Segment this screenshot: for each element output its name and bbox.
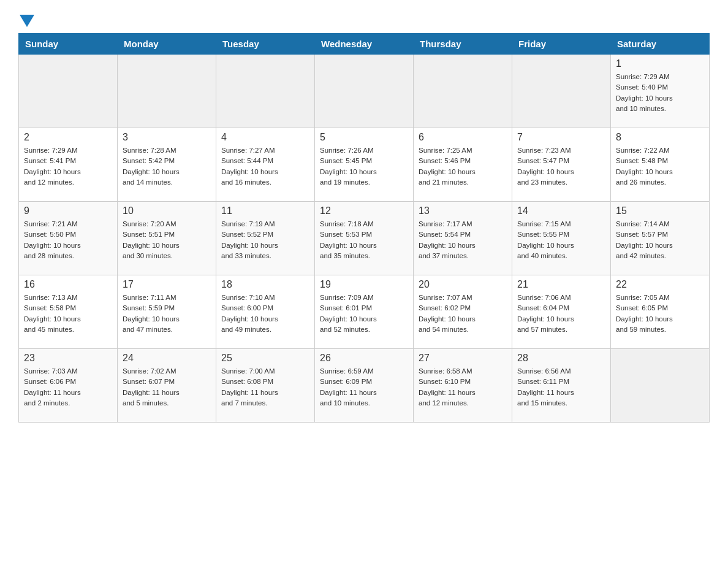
calendar-cell: 4Sunrise: 7:27 AM Sunset: 5:44 PM Daylig…	[216, 128, 315, 202]
day-info: Sunrise: 7:28 AM Sunset: 5:42 PM Dayligh…	[123, 145, 211, 188]
day-info: Sunrise: 7:29 AM Sunset: 5:41 PM Dayligh…	[24, 145, 112, 188]
calendar-cell: 18Sunrise: 7:10 AM Sunset: 6:00 PM Dayli…	[216, 275, 315, 349]
day-info: Sunrise: 7:05 AM Sunset: 6:05 PM Dayligh…	[616, 293, 704, 335]
day-info: Sunrise: 7:20 AM Sunset: 5:51 PM Dayligh…	[123, 219, 211, 261]
calendar-cell: 27Sunrise: 6:58 AM Sunset: 6:10 PM Dayli…	[414, 349, 512, 423]
calendar-cell: 25Sunrise: 7:00 AM Sunset: 6:08 PM Dayli…	[216, 349, 315, 423]
calendar-cell: 9Sunrise: 7:21 AM Sunset: 5:50 PM Daylig…	[19, 202, 118, 275]
calendar-cell: 15Sunrise: 7:14 AM Sunset: 5:57 PM Dayli…	[611, 202, 710, 275]
calendar-cell: 19Sunrise: 7:09 AM Sunset: 6:01 PM Dayli…	[315, 275, 414, 349]
day-number: 23	[24, 353, 112, 364]
calendar-cell	[19, 55, 118, 128]
day-info: Sunrise: 7:11 AM Sunset: 5:59 PM Dayligh…	[123, 293, 211, 335]
day-number: 5	[320, 132, 408, 143]
day-info: Sunrise: 7:29 AM Sunset: 5:40 PM Dayligh…	[616, 72, 704, 114]
calendar-cell	[118, 55, 216, 128]
day-number: 22	[616, 279, 704, 290]
day-number: 4	[221, 132, 309, 143]
day-info: Sunrise: 7:25 AM Sunset: 5:46 PM Dayligh…	[419, 145, 507, 188]
calendar-cell: 2Sunrise: 7:29 AM Sunset: 5:41 PM Daylig…	[19, 128, 118, 202]
day-info: Sunrise: 7:03 AM Sunset: 6:06 PM Dayligh…	[24, 366, 112, 408]
day-info: Sunrise: 7:21 AM Sunset: 5:50 PM Dayligh…	[24, 219, 112, 261]
calendar-week-2: 2Sunrise: 7:29 AM Sunset: 5:41 PM Daylig…	[19, 128, 710, 202]
day-number: 3	[123, 132, 211, 143]
day-info: Sunrise: 7:19 AM Sunset: 5:52 PM Dayligh…	[221, 219, 309, 261]
calendar-header-friday: Friday	[512, 34, 611, 55]
calendar-cell: 26Sunrise: 6:59 AM Sunset: 6:09 PM Dayli…	[315, 349, 414, 423]
day-info: Sunrise: 6:58 AM Sunset: 6:10 PM Dayligh…	[419, 366, 507, 408]
calendar-week-4: 16Sunrise: 7:13 AM Sunset: 5:58 PM Dayli…	[19, 275, 710, 349]
day-number: 19	[320, 279, 408, 290]
day-info: Sunrise: 7:09 AM Sunset: 6:01 PM Dayligh…	[320, 293, 408, 335]
day-number: 13	[419, 205, 507, 216]
day-number: 16	[24, 279, 112, 290]
day-number: 18	[221, 279, 309, 290]
calendar-cell: 3Sunrise: 7:28 AM Sunset: 5:42 PM Daylig…	[118, 128, 216, 202]
calendar-cell: 10Sunrise: 7:20 AM Sunset: 5:51 PM Dayli…	[118, 202, 216, 275]
day-number: 20	[419, 279, 507, 290]
day-number: 25	[221, 353, 309, 364]
calendar-cell: 7Sunrise: 7:23 AM Sunset: 5:47 PM Daylig…	[512, 128, 611, 202]
day-info: Sunrise: 7:07 AM Sunset: 6:02 PM Dayligh…	[419, 293, 507, 335]
calendar-cell	[512, 55, 611, 128]
calendar-week-5: 23Sunrise: 7:03 AM Sunset: 6:06 PM Dayli…	[19, 349, 710, 423]
day-number: 17	[123, 279, 211, 290]
day-number: 6	[419, 132, 507, 143]
day-number: 2	[24, 132, 112, 143]
day-number: 9	[24, 205, 112, 216]
day-number: 1	[616, 58, 704, 69]
page-header	[18, 12, 710, 27]
calendar-cell	[216, 55, 315, 128]
calendar-cell: 8Sunrise: 7:22 AM Sunset: 5:48 PM Daylig…	[611, 128, 710, 202]
day-info: Sunrise: 7:02 AM Sunset: 6:07 PM Dayligh…	[123, 366, 211, 408]
logo-triangle-icon	[20, 15, 34, 27]
calendar-header-sunday: Sunday	[19, 34, 118, 55]
day-info: Sunrise: 7:06 AM Sunset: 6:04 PM Dayligh…	[517, 293, 605, 335]
calendar-cell: 28Sunrise: 6:56 AM Sunset: 6:11 PM Dayli…	[512, 349, 611, 423]
calendar-table: SundayMondayTuesdayWednesdayThursdayFrid…	[18, 33, 710, 423]
calendar-cell: 22Sunrise: 7:05 AM Sunset: 6:05 PM Dayli…	[611, 275, 710, 349]
calendar-cell: 13Sunrise: 7:17 AM Sunset: 5:54 PM Dayli…	[414, 202, 512, 275]
calendar-cell	[315, 55, 414, 128]
day-info: Sunrise: 7:18 AM Sunset: 5:53 PM Dayligh…	[320, 219, 408, 261]
day-number: 27	[419, 353, 507, 364]
calendar-cell: 23Sunrise: 7:03 AM Sunset: 6:06 PM Dayli…	[19, 349, 118, 423]
day-number: 21	[517, 279, 605, 290]
day-info: Sunrise: 7:15 AM Sunset: 5:55 PM Dayligh…	[517, 219, 605, 261]
day-info: Sunrise: 6:59 AM Sunset: 6:09 PM Dayligh…	[320, 366, 408, 408]
calendar-cell: 5Sunrise: 7:26 AM Sunset: 5:45 PM Daylig…	[315, 128, 414, 202]
day-info: Sunrise: 7:10 AM Sunset: 6:00 PM Dayligh…	[221, 293, 309, 335]
calendar-cell: 11Sunrise: 7:19 AM Sunset: 5:52 PM Dayli…	[216, 202, 315, 275]
calendar-cell: 24Sunrise: 7:02 AM Sunset: 6:07 PM Dayli…	[118, 349, 216, 423]
day-info: Sunrise: 7:00 AM Sunset: 6:08 PM Dayligh…	[221, 366, 309, 408]
day-info: Sunrise: 7:27 AM Sunset: 5:44 PM Dayligh…	[221, 145, 309, 188]
day-info: Sunrise: 7:14 AM Sunset: 5:57 PM Dayligh…	[616, 219, 704, 261]
calendar-header-tuesday: Tuesday	[216, 34, 315, 55]
day-number: 28	[517, 353, 605, 364]
day-number: 7	[517, 132, 605, 143]
calendar-week-3: 9Sunrise: 7:21 AM Sunset: 5:50 PM Daylig…	[19, 202, 710, 275]
calendar-cell	[611, 349, 710, 423]
logo	[18, 12, 34, 27]
calendar-week-1: 1Sunrise: 7:29 AM Sunset: 5:40 PM Daylig…	[19, 55, 710, 128]
calendar-header-thursday: Thursday	[414, 34, 512, 55]
calendar-header-row: SundayMondayTuesdayWednesdayThursdayFrid…	[19, 34, 710, 55]
day-number: 12	[320, 205, 408, 216]
day-info: Sunrise: 6:56 AM Sunset: 6:11 PM Dayligh…	[517, 366, 605, 408]
day-number: 10	[123, 205, 211, 216]
day-number: 8	[616, 132, 704, 143]
calendar-cell: 17Sunrise: 7:11 AM Sunset: 5:59 PM Dayli…	[118, 275, 216, 349]
day-info: Sunrise: 7:22 AM Sunset: 5:48 PM Dayligh…	[616, 145, 704, 188]
day-number: 11	[221, 205, 309, 216]
calendar-cell	[414, 55, 512, 128]
calendar-header-saturday: Saturday	[611, 34, 710, 55]
day-info: Sunrise: 7:17 AM Sunset: 5:54 PM Dayligh…	[419, 219, 507, 261]
day-info: Sunrise: 7:13 AM Sunset: 5:58 PM Dayligh…	[24, 293, 112, 335]
calendar-header-wednesday: Wednesday	[315, 34, 414, 55]
calendar-cell: 12Sunrise: 7:18 AM Sunset: 5:53 PM Dayli…	[315, 202, 414, 275]
day-number: 14	[517, 205, 605, 216]
day-number: 24	[123, 353, 211, 364]
calendar-header-monday: Monday	[118, 34, 216, 55]
calendar-cell: 21Sunrise: 7:06 AM Sunset: 6:04 PM Dayli…	[512, 275, 611, 349]
calendar-cell: 14Sunrise: 7:15 AM Sunset: 5:55 PM Dayli…	[512, 202, 611, 275]
